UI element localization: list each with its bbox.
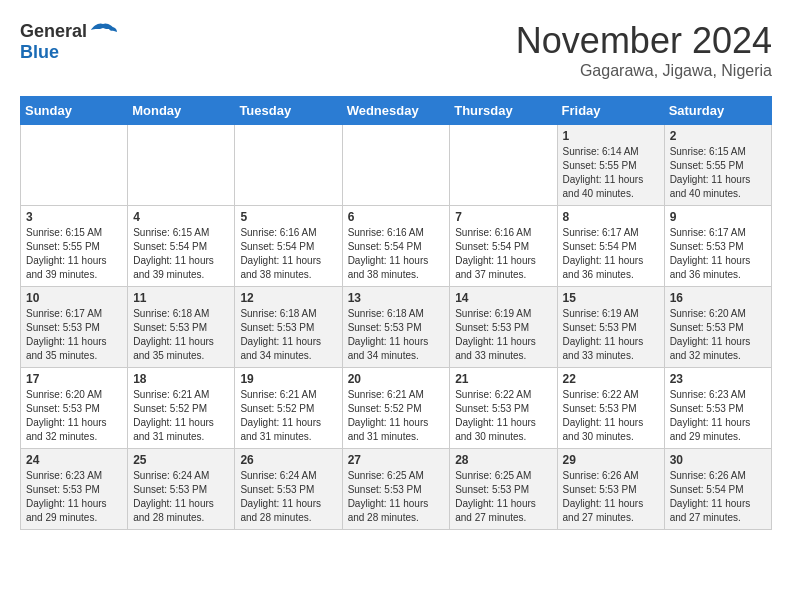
calendar-header-row: SundayMondayTuesdayWednesdayThursdayFrid…: [21, 97, 772, 125]
logo-blue-text: Blue: [20, 42, 59, 63]
calendar-day-cell: 11Sunrise: 6:18 AM Sunset: 5:53 PM Dayli…: [128, 287, 235, 368]
day-number: 20: [348, 372, 445, 386]
weekday-header: Tuesday: [235, 97, 342, 125]
day-info: Sunrise: 6:22 AM Sunset: 5:53 PM Dayligh…: [563, 388, 659, 444]
calendar-day-cell: 24Sunrise: 6:23 AM Sunset: 5:53 PM Dayli…: [21, 449, 128, 530]
calendar-table: SundayMondayTuesdayWednesdayThursdayFrid…: [20, 96, 772, 530]
day-info: Sunrise: 6:19 AM Sunset: 5:53 PM Dayligh…: [563, 307, 659, 363]
day-number: 28: [455, 453, 551, 467]
calendar-day-cell: [450, 125, 557, 206]
day-info: Sunrise: 6:18 AM Sunset: 5:53 PM Dayligh…: [133, 307, 229, 363]
calendar-week-row: 3Sunrise: 6:15 AM Sunset: 5:55 PM Daylig…: [21, 206, 772, 287]
calendar-day-cell: 21Sunrise: 6:22 AM Sunset: 5:53 PM Dayli…: [450, 368, 557, 449]
day-number: 26: [240, 453, 336, 467]
day-info: Sunrise: 6:25 AM Sunset: 5:53 PM Dayligh…: [348, 469, 445, 525]
calendar-day-cell: 17Sunrise: 6:20 AM Sunset: 5:53 PM Dayli…: [21, 368, 128, 449]
weekday-header: Friday: [557, 97, 664, 125]
calendar-day-cell: 25Sunrise: 6:24 AM Sunset: 5:53 PM Dayli…: [128, 449, 235, 530]
calendar-day-cell: 5Sunrise: 6:16 AM Sunset: 5:54 PM Daylig…: [235, 206, 342, 287]
calendar-day-cell: 27Sunrise: 6:25 AM Sunset: 5:53 PM Dayli…: [342, 449, 450, 530]
day-info: Sunrise: 6:16 AM Sunset: 5:54 PM Dayligh…: [240, 226, 336, 282]
calendar-day-cell: 20Sunrise: 6:21 AM Sunset: 5:52 PM Dayli…: [342, 368, 450, 449]
day-number: 3: [26, 210, 122, 224]
month-title: November 2024: [516, 20, 772, 62]
calendar-week-row: 10Sunrise: 6:17 AM Sunset: 5:53 PM Dayli…: [21, 287, 772, 368]
calendar-day-cell: [21, 125, 128, 206]
day-info: Sunrise: 6:24 AM Sunset: 5:53 PM Dayligh…: [240, 469, 336, 525]
calendar-day-cell: 23Sunrise: 6:23 AM Sunset: 5:53 PM Dayli…: [664, 368, 771, 449]
location-text: Gagarawa, Jigawa, Nigeria: [516, 62, 772, 80]
calendar-day-cell: 26Sunrise: 6:24 AM Sunset: 5:53 PM Dayli…: [235, 449, 342, 530]
day-number: 19: [240, 372, 336, 386]
calendar-week-row: 24Sunrise: 6:23 AM Sunset: 5:53 PM Dayli…: [21, 449, 772, 530]
day-info: Sunrise: 6:18 AM Sunset: 5:53 PM Dayligh…: [240, 307, 336, 363]
calendar-day-cell: 6Sunrise: 6:16 AM Sunset: 5:54 PM Daylig…: [342, 206, 450, 287]
calendar-day-cell: [128, 125, 235, 206]
day-number: 27: [348, 453, 445, 467]
day-number: 9: [670, 210, 766, 224]
day-info: Sunrise: 6:20 AM Sunset: 5:53 PM Dayligh…: [26, 388, 122, 444]
day-info: Sunrise: 6:17 AM Sunset: 5:53 PM Dayligh…: [670, 226, 766, 282]
day-number: 30: [670, 453, 766, 467]
calendar-day-cell: 30Sunrise: 6:26 AM Sunset: 5:54 PM Dayli…: [664, 449, 771, 530]
day-info: Sunrise: 6:20 AM Sunset: 5:53 PM Dayligh…: [670, 307, 766, 363]
logo-bird-icon: [89, 20, 117, 42]
day-info: Sunrise: 6:21 AM Sunset: 5:52 PM Dayligh…: [348, 388, 445, 444]
calendar-day-cell: 29Sunrise: 6:26 AM Sunset: 5:53 PM Dayli…: [557, 449, 664, 530]
day-info: Sunrise: 6:21 AM Sunset: 5:52 PM Dayligh…: [240, 388, 336, 444]
day-number: 24: [26, 453, 122, 467]
title-block: November 2024 Gagarawa, Jigawa, Nigeria: [516, 20, 772, 80]
weekday-header: Thursday: [450, 97, 557, 125]
calendar-day-cell: [235, 125, 342, 206]
day-info: Sunrise: 6:15 AM Sunset: 5:55 PM Dayligh…: [26, 226, 122, 282]
day-number: 2: [670, 129, 766, 143]
day-info: Sunrise: 6:17 AM Sunset: 5:54 PM Dayligh…: [563, 226, 659, 282]
day-number: 10: [26, 291, 122, 305]
day-info: Sunrise: 6:14 AM Sunset: 5:55 PM Dayligh…: [563, 145, 659, 201]
day-number: 17: [26, 372, 122, 386]
logo: General Blue: [20, 20, 117, 63]
calendar-day-cell: 4Sunrise: 6:15 AM Sunset: 5:54 PM Daylig…: [128, 206, 235, 287]
day-info: Sunrise: 6:15 AM Sunset: 5:54 PM Dayligh…: [133, 226, 229, 282]
day-info: Sunrise: 6:23 AM Sunset: 5:53 PM Dayligh…: [26, 469, 122, 525]
day-number: 1: [563, 129, 659, 143]
day-number: 14: [455, 291, 551, 305]
calendar-week-row: 1Sunrise: 6:14 AM Sunset: 5:55 PM Daylig…: [21, 125, 772, 206]
calendar-day-cell: 13Sunrise: 6:18 AM Sunset: 5:53 PM Dayli…: [342, 287, 450, 368]
day-number: 5: [240, 210, 336, 224]
calendar-day-cell: 12Sunrise: 6:18 AM Sunset: 5:53 PM Dayli…: [235, 287, 342, 368]
day-info: Sunrise: 6:24 AM Sunset: 5:53 PM Dayligh…: [133, 469, 229, 525]
day-info: Sunrise: 6:15 AM Sunset: 5:55 PM Dayligh…: [670, 145, 766, 201]
day-number: 22: [563, 372, 659, 386]
day-info: Sunrise: 6:22 AM Sunset: 5:53 PM Dayligh…: [455, 388, 551, 444]
day-number: 16: [670, 291, 766, 305]
day-number: 15: [563, 291, 659, 305]
calendar-day-cell: 28Sunrise: 6:25 AM Sunset: 5:53 PM Dayli…: [450, 449, 557, 530]
calendar-day-cell: 15Sunrise: 6:19 AM Sunset: 5:53 PM Dayli…: [557, 287, 664, 368]
weekday-header: Sunday: [21, 97, 128, 125]
day-number: 12: [240, 291, 336, 305]
day-number: 25: [133, 453, 229, 467]
day-info: Sunrise: 6:16 AM Sunset: 5:54 PM Dayligh…: [348, 226, 445, 282]
day-number: 21: [455, 372, 551, 386]
day-number: 8: [563, 210, 659, 224]
calendar-day-cell: 22Sunrise: 6:22 AM Sunset: 5:53 PM Dayli…: [557, 368, 664, 449]
day-info: Sunrise: 6:23 AM Sunset: 5:53 PM Dayligh…: [670, 388, 766, 444]
weekday-header: Saturday: [664, 97, 771, 125]
day-info: Sunrise: 6:19 AM Sunset: 5:53 PM Dayligh…: [455, 307, 551, 363]
day-info: Sunrise: 6:26 AM Sunset: 5:54 PM Dayligh…: [670, 469, 766, 525]
calendar-week-row: 17Sunrise: 6:20 AM Sunset: 5:53 PM Dayli…: [21, 368, 772, 449]
day-number: 4: [133, 210, 229, 224]
day-number: 23: [670, 372, 766, 386]
weekday-header: Wednesday: [342, 97, 450, 125]
day-number: 18: [133, 372, 229, 386]
day-info: Sunrise: 6:26 AM Sunset: 5:53 PM Dayligh…: [563, 469, 659, 525]
day-info: Sunrise: 6:21 AM Sunset: 5:52 PM Dayligh…: [133, 388, 229, 444]
day-number: 7: [455, 210, 551, 224]
day-info: Sunrise: 6:25 AM Sunset: 5:53 PM Dayligh…: [455, 469, 551, 525]
day-number: 11: [133, 291, 229, 305]
calendar-day-cell: 3Sunrise: 6:15 AM Sunset: 5:55 PM Daylig…: [21, 206, 128, 287]
calendar-day-cell: 19Sunrise: 6:21 AM Sunset: 5:52 PM Dayli…: [235, 368, 342, 449]
day-number: 13: [348, 291, 445, 305]
calendar-day-cell: 2Sunrise: 6:15 AM Sunset: 5:55 PM Daylig…: [664, 125, 771, 206]
